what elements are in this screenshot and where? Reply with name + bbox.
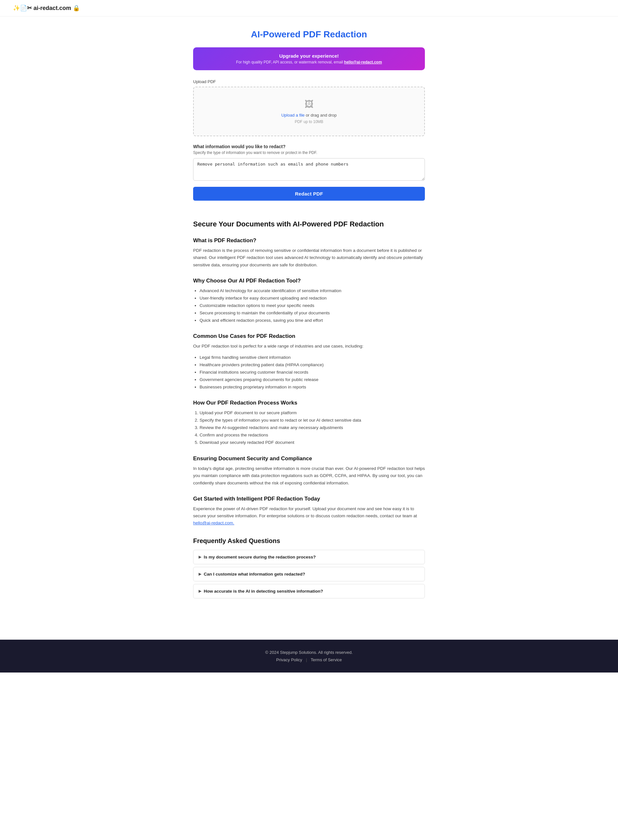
list-item: Review the AI-suggested redactions and m… <box>199 424 425 432</box>
privacy-policy-link[interactable]: Privacy Policy <box>276 657 302 662</box>
why-heading: Why Choose Our AI PDF Redaction Tool? <box>193 278 425 284</box>
form-question-sub: Specify the type of information you want… <box>193 150 425 155</box>
upload-label: Upload PDF <box>193 79 425 84</box>
info-section: Secure Your Documents with AI-Powered PD… <box>193 220 425 599</box>
form-question-title: What information would you like to redac… <box>193 144 425 149</box>
faq-arrow-2: ▶ <box>199 572 201 576</box>
list-item: Healthcare providers protecting patient … <box>199 361 425 369</box>
getstarted-email-link[interactable]: hello@ai-redact.com. <box>193 520 234 525</box>
list-item: Advanced AI technology for accurate iden… <box>199 287 425 295</box>
footer-separator: | <box>306 657 307 662</box>
main-content: AI-Powered PDF Redaction Upgrade your ex… <box>187 16 431 620</box>
faq-question-3[interactable]: ▶ How accurate is the AI in detecting se… <box>193 584 425 598</box>
usecases-heading: Common Use Cases for PDF Redaction <box>193 333 425 340</box>
site-logo: ✨📄✂ ai-redact.com 🔒 <box>13 4 80 12</box>
faq-section: Frequently Asked Questions ▶ Is my docum… <box>193 537 425 599</box>
terms-of-service-link[interactable]: Terms of Service <box>310 657 342 662</box>
getstarted-heading: Get Started with Intelligent PDF Redacti… <box>193 496 425 502</box>
info-main-heading: Secure Your Documents with AI-Powered PD… <box>193 220 425 228</box>
footer-links: Privacy Policy | Terms of Service <box>6 657 612 662</box>
list-item: Businesses protecting proprietary inform… <box>199 384 425 391</box>
list-item: Upload your PDF document to our secure p… <box>199 410 425 417</box>
what-text: PDF redaction is the process of removing… <box>193 247 425 269</box>
list-item: Specify the types of information you wan… <box>199 417 425 424</box>
list-item: Customizable redaction options to meet y… <box>199 302 425 310</box>
list-item: Confirm and process the redactions <box>199 432 425 439</box>
list-item: Secure processing to maintain the confid… <box>199 310 425 317</box>
faq-heading: Frequently Asked Questions <box>193 537 425 545</box>
upload-size-note: PDF up to 10MB <box>200 119 418 124</box>
faq-question-1[interactable]: ▶ Is my document secure during the redac… <box>193 550 425 564</box>
redact-textarea[interactable]: Remove personal information such as emai… <box>193 158 425 181</box>
faq-arrow-1: ▶ <box>199 555 201 559</box>
upload-dropzone[interactable]: 🖼 Upload a file or drag and drop PDF up … <box>193 86 425 136</box>
upgrade-subtitle: For high quality PDF, API access, or wat… <box>201 60 417 64</box>
list-item: Legal firms handling sensitive client in… <box>199 354 425 361</box>
footer-copy: © 2024 Stepjump Solutions. All rights re… <box>6 650 612 655</box>
upgrade-email-link[interactable]: hello@ai-redact.com <box>344 60 382 64</box>
list-item: Download your securely redacted PDF docu… <box>199 439 425 447</box>
list-item: Government agencies preparing documents … <box>199 376 425 384</box>
upgrade-title: Upgrade your experience! <box>201 53 417 59</box>
security-heading: Ensuring Document Security and Complianc… <box>193 456 425 462</box>
upload-text: Upload a file or drag and drop <box>200 113 418 118</box>
faq-item-2: ▶ Can I customize what information gets … <box>193 567 425 581</box>
site-header: ✨📄✂ ai-redact.com 🔒 <box>0 0 618 16</box>
how-heading: How Our PDF Redaction Process Works <box>193 400 425 406</box>
what-heading: What is PDF Redaction? <box>193 237 425 244</box>
upgrade-banner: Upgrade your experience! For high qualit… <box>193 47 425 70</box>
upload-file-link[interactable]: Upload a file <box>281 113 305 118</box>
list-item: User-friendly interface for easy documen… <box>199 295 425 302</box>
why-list: Advanced AI technology for accurate iden… <box>193 287 425 324</box>
upload-icon: 🖼 <box>200 99 418 110</box>
how-steps-list: Upload your PDF document to our secure p… <box>193 410 425 447</box>
security-text: In today's digital age, protecting sensi… <box>193 465 425 487</box>
usecases-list: Legal firms handling sensitive client in… <box>193 354 425 391</box>
faq-question-2[interactable]: ▶ Can I customize what information gets … <box>193 567 425 581</box>
page-title: AI-Powered PDF Redaction <box>193 29 425 40</box>
faq-item-3: ▶ How accurate is the AI in detecting se… <box>193 584 425 599</box>
site-footer: © 2024 Stepjump Solutions. All rights re… <box>0 640 618 673</box>
list-item: Quick and efficient redaction process, s… <box>199 317 425 324</box>
getstarted-text: Experience the power of AI-driven PDF re… <box>193 505 425 527</box>
usecases-intro: Our PDF redaction tool is perfect for a … <box>193 343 425 350</box>
faq-item-1: ▶ Is my document secure during the redac… <box>193 550 425 564</box>
faq-arrow-3: ▶ <box>199 589 201 593</box>
list-item: Financial institutions securing customer… <box>199 369 425 376</box>
redact-button[interactable]: Redact PDF <box>193 187 425 201</box>
